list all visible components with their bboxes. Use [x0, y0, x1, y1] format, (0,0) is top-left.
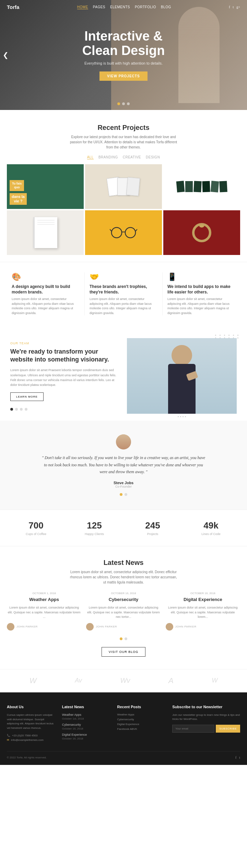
svg-line-3 — [110, 229, 111, 231]
footer-post-link-1[interactable]: Weather Apps — [117, 713, 166, 716]
team-dot-1[interactable] — [10, 408, 13, 411]
recent-projects-section: Recent Projects Explore our latest proje… — [0, 110, 247, 262]
project-cell-6[interactable] — [163, 210, 240, 255]
nav-links: HOME PAGES ELEMENTS PORTFOLIO BLOG — [77, 5, 171, 9]
hero-section: Interactive & Clean Design Everything is… — [0, 0, 247, 110]
visit-blog-button[interactable]: VISIT OUR BLOG — [102, 647, 145, 657]
project-cell-5[interactable] — [85, 210, 162, 255]
news-title-2[interactable]: Cybersecurity — [86, 597, 161, 603]
news-title-3[interactable]: Digital Experience — [166, 597, 240, 603]
email-icon: ✉ — [7, 738, 9, 742]
news-text-1: Lorem ipsum dolor sit amet, consectetur … — [7, 605, 81, 620]
project-cell-1[interactable]: Tu fais quo dans la vie ? — [7, 164, 84, 209]
test-dot-1[interactable] — [120, 493, 122, 496]
feature-1-icon: 🎨 — [12, 272, 80, 281]
filter-branding[interactable]: BRANDING — [98, 155, 118, 159]
footer-post-link-4[interactable]: Facebook ABVK — [117, 727, 166, 731]
nav-social: f t g+ — [229, 5, 240, 9]
testimonial-section: " Don't take it all too seriously. If yo… — [0, 421, 247, 510]
news-dot-1[interactable] — [120, 637, 122, 640]
author-avatar-3 — [166, 623, 173, 631]
google-icon[interactable]: g+ — [236, 5, 240, 9]
nav-elements[interactable]: ELEMENTS — [110, 5, 130, 9]
nav-portfolio[interactable]: PORTFOLIO — [135, 5, 156, 9]
partner-logo-2: Av — [75, 677, 82, 684]
footer-subscribe-form: SUBSCRIBE — [172, 725, 240, 733]
hero-dot-1[interactable] — [117, 102, 120, 105]
test-dot-2[interactable] — [125, 493, 127, 496]
feature-1-text: Lorem ipsum dolor sit amet, consectetur … — [12, 297, 80, 315]
footer-twitter-icon[interactable]: t — [239, 756, 240, 759]
feature-3: 📱 We intend to build apps to make life e… — [163, 272, 240, 315]
svg-point-6 — [197, 228, 207, 237]
footer-copyright: © 2022 Torfa. All rights reserved. — [7, 756, 47, 759]
navigation[interactable]: Torfa HOME PAGES ELEMENTS PORTFOLIO BLOG… — [0, 0, 247, 14]
hero-cta-button[interactable]: VIEW PROJECTS — [99, 71, 147, 81]
project-cell-4[interactable] — [7, 210, 84, 255]
newsletter-subscribe-button[interactable]: SUBSCRIBE — [216, 725, 240, 733]
news-title-1[interactable]: Weather Apps — [7, 597, 81, 603]
news-dot-2[interactable] — [125, 637, 127, 640]
stat-code: 49k Lines of Code — [182, 520, 240, 536]
stat-coffee-label: Cups of Coffee — [7, 532, 65, 536]
stat-coffee-number: 700 — [7, 520, 65, 531]
author-name-1: JOHN PARKER — [16, 625, 38, 628]
footer-post-link-3[interactable]: Digital Experience — [117, 723, 166, 726]
team-learn-more-button[interactable]: LEARN MORE — [10, 392, 44, 401]
author-name-3: JOHN PARKER — [175, 625, 197, 628]
stat-clients: 125 Happy Clients — [65, 520, 124, 536]
team-dot-3[interactable] — [20, 408, 23, 411]
project-cell-2[interactable] — [85, 164, 162, 209]
footer-news-title-2[interactable]: Cybersecurity — [62, 723, 110, 726]
brand-logo: Torfa — [7, 4, 19, 10]
partner-logo-1: W — [30, 676, 37, 685]
news-date-2: OCTOBER 16, 2018 — [86, 592, 161, 595]
news-card-3: OCTOBER 16, 2018 Digital Experience Lore… — [166, 592, 240, 630]
footer-news-title: Latest News — [62, 705, 110, 709]
footer-email-address: info@examplethemes.com — [11, 738, 44, 742]
features-section: 🎨 A design agency built to build modern … — [0, 262, 247, 326]
hero-dots — [117, 102, 130, 105]
hero-prev-arrow[interactable]: ❮ — [3, 51, 9, 59]
stat-clients-number: 125 — [65, 520, 124, 531]
facebook-icon[interactable]: f — [229, 5, 230, 9]
nav-pages[interactable]: PAGES — [93, 5, 105, 9]
stat-projects-label: Projects — [124, 532, 182, 536]
footer-news-title-3[interactable]: Digital Experience — [62, 733, 110, 736]
news-pagination-dots — [7, 637, 240, 640]
filter-creative[interactable]: CREATIVE — [123, 155, 141, 159]
feature-1: 🎨 A design agency built to build modern … — [7, 272, 84, 315]
stat-clients-label: Happy Clients — [65, 532, 124, 536]
nav-blog[interactable]: BLOG — [161, 5, 171, 9]
feature-2-title: These brands aren't trophies, they're fr… — [90, 284, 157, 295]
hero-dot-2[interactable] — [122, 102, 125, 105]
footer-facebook-icon[interactable]: f — [235, 756, 236, 759]
team-dot-2[interactable] — [15, 408, 18, 411]
hero-dot-3[interactable] — [127, 102, 130, 105]
visit-blog-wrapper: VISIT OUR BLOG — [7, 647, 240, 657]
nav-home[interactable]: HOME — [77, 5, 88, 9]
team-dot-4[interactable] — [25, 408, 27, 411]
feature-2-text: Lorem ipsum dolor sit amet, consectetur … — [90, 297, 157, 315]
stat-code-number: 49k — [182, 520, 240, 531]
footer-newsletter-col: Subscribe to our Newsletter Join our new… — [172, 705, 240, 743]
filter-design[interactable]: DESIGN — [146, 155, 160, 159]
footer: About Us Cursus sapien ultrices ipsum vo… — [0, 692, 247, 765]
footer-news-title-1[interactable]: Weather Apps — [62, 713, 110, 716]
news-card-1: OCTOBER 1, 2018 Weather Apps Lorem ipsum… — [7, 592, 81, 630]
recent-projects-subtitle: Explore our latest projects that our tea… — [69, 134, 178, 150]
team-text: Lorem ipsum dolor sit amet Praesent lobo… — [10, 368, 120, 388]
footer-post-link-2[interactable]: Cybersecurity — [117, 718, 166, 721]
newsletter-email-input[interactable] — [172, 725, 214, 733]
glasses-icon — [110, 226, 137, 240]
filter-all[interactable]: ALL — [87, 155, 94, 159]
footer-news-item-3: Digital Experience October 16, 2018 — [62, 733, 110, 740]
news-date-1: OCTOBER 1, 2018 — [7, 592, 81, 595]
svg-line-4 — [136, 229, 137, 231]
partner-logo-3: Wv — [120, 677, 130, 685]
twitter-icon[interactable]: t — [233, 5, 234, 9]
testimonial-role: Co-Founder — [14, 485, 233, 488]
project-cell-3[interactable] — [163, 164, 240, 209]
stat-projects-number: 245 — [124, 520, 182, 531]
team-image — [127, 338, 237, 414]
